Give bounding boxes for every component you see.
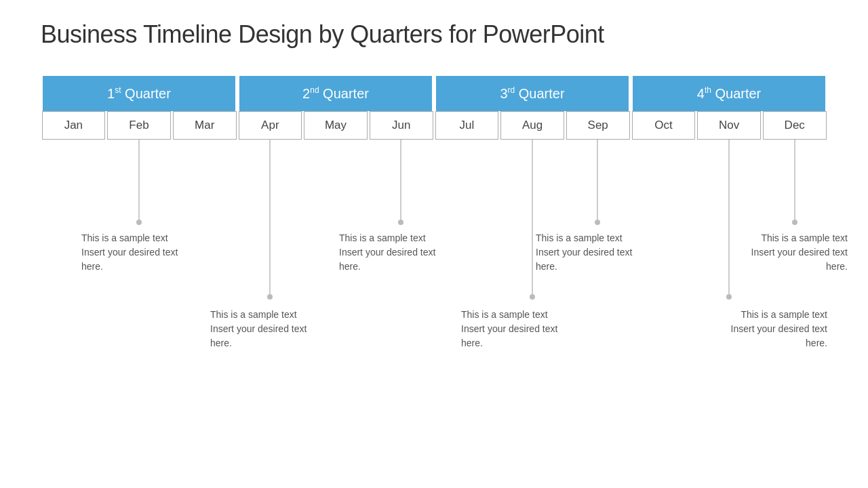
month-aug: Aug bbox=[500, 111, 564, 140]
q1-label: 1st Quarter bbox=[107, 86, 171, 101]
svg-point-1 bbox=[136, 220, 142, 225]
text-box-3: This is a sample textInsert your desired… bbox=[339, 231, 475, 274]
timeline-lines: This is a sample textInsert your desired… bbox=[41, 140, 827, 363]
text-box-2: This is a sample textInsert your desired… bbox=[210, 308, 346, 350]
svg-point-3 bbox=[398, 220, 403, 225]
page-title: Business Timeline Design by Quarters for… bbox=[41, 20, 827, 49]
quarter-3: 3rd Quarter bbox=[436, 76, 629, 111]
month-jul: Jul bbox=[435, 111, 499, 140]
month-feb: Feb bbox=[107, 111, 171, 140]
text-box-6: This is a sample textInsert your desired… bbox=[665, 308, 827, 350]
text-box-5: This is a sample textInsert your desired… bbox=[536, 231, 671, 274]
month-apr: Apr bbox=[239, 111, 302, 140]
month-sep: Sep bbox=[566, 111, 630, 140]
timeline-container: 1st Quarter 2nd Quarter 3rd Quarter 4th … bbox=[41, 76, 827, 363]
quarter-4: 4th Quarter bbox=[633, 76, 825, 111]
q4-label: 4th Quarter bbox=[697, 86, 762, 101]
quarters-row: 1st Quarter 2nd Quarter 3rd Quarter 4th … bbox=[41, 76, 827, 111]
svg-point-13 bbox=[726, 294, 732, 300]
month-jun: Jun bbox=[370, 111, 433, 140]
months-row: Jan Feb Mar Apr May Jun Jul Aug Sep Oct … bbox=[41, 111, 827, 140]
text-box-1: This is a sample textInsert your desired… bbox=[81, 231, 217, 274]
month-dec: Dec bbox=[763, 111, 827, 140]
q3-label: 3rd Quarter bbox=[500, 86, 564, 101]
quarter-1: 1st Quarter bbox=[43, 76, 235, 111]
month-nov: Nov bbox=[697, 111, 761, 140]
svg-point-7 bbox=[792, 220, 797, 225]
month-may: May bbox=[304, 111, 368, 140]
month-mar: Mar bbox=[173, 111, 237, 140]
q2-label: 2nd Quarter bbox=[302, 86, 369, 101]
svg-point-9 bbox=[267, 294, 273, 300]
svg-point-11 bbox=[530, 294, 535, 300]
slide: Business Timeline Design by Quarters for… bbox=[0, 0, 868, 488]
svg-point-5 bbox=[595, 220, 600, 225]
quarter-2: 2nd Quarter bbox=[239, 76, 432, 111]
text-box-4: This is a sample textInsert your desired… bbox=[461, 308, 597, 350]
month-oct: Oct bbox=[632, 111, 696, 140]
month-jan: Jan bbox=[42, 111, 106, 140]
text-box-7: This is a sample textInsert your desired… bbox=[712, 231, 848, 274]
